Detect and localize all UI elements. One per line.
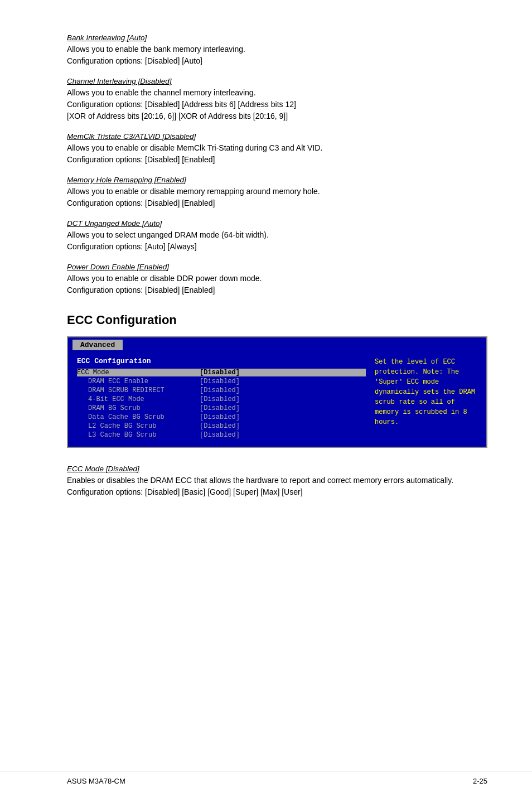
power-down-desc: Allows you to enable or disable DDR powe… (67, 273, 487, 296)
bios-row-data-cache-bg-scrub[interactable]: Data Cache BG Scrub [Disabled] (77, 413, 366, 421)
bios-right-panel: Set the level of ECC protection. Note: T… (370, 355, 482, 442)
bios-left-panel: ECC Configuration ECC Mode [Disabled] DR… (72, 355, 370, 442)
bios-row-l2-cache-bg-scrub[interactable]: L2 Cache BG Scrub [Disabled] (77, 422, 366, 430)
bank-interleaving-title: Bank Interleaving [Auto] (67, 33, 487, 42)
bios-row-ecc-mode-value: [Disabled] (200, 369, 240, 376)
bios-row-l2-cache-bg-scrub-value: [Disabled] (200, 422, 240, 430)
channel-interleaving-title: Channel Interleaving [Disabled] (67, 77, 487, 85)
bios-row-ecc-mode-label: ECC Mode (77, 369, 200, 376)
power-down-section: Power Down Enable [Enabled] Allows you t… (67, 263, 487, 296)
bios-row-dram-ecc-enable-label: DRAM ECC Enable (77, 378, 200, 385)
bios-row-l3-cache-bg-scrub-value: [Disabled] (200, 431, 240, 439)
bank-interleaving-section: Bank Interleaving [Auto] Allows you to e… (67, 33, 487, 67)
memory-hole-title: Memory Hole Remapping [Enabled] (67, 176, 487, 184)
memclk-tristate-section: MemClk Tristate C3/ATLVID [Disabled] All… (67, 132, 487, 166)
memory-hole-section: Memory Hole Remapping [Enabled] Allows y… (67, 176, 487, 209)
dct-unganged-desc: Allows you to select unganged DRAM mode … (67, 229, 487, 253)
bios-row-dram-scrub-redirect[interactable]: DRAM SCRUB REDIRECT [Disabled] (77, 386, 366, 394)
dct-unganged-section: DCT Unganged Mode [Auto] Allows you to s… (67, 219, 487, 253)
bios-row-dram-scrub-redirect-label: DRAM SCRUB REDIRECT (77, 386, 200, 394)
bank-interleaving-desc: Allows you to enable the bank memory int… (67, 44, 487, 67)
bios-row-dram-bg-scrub-value: [Disabled] (200, 404, 240, 412)
dct-unganged-title: DCT Unganged Mode [Auto] (67, 219, 487, 228)
footer-product-name: ASUS M3A78-CM (67, 777, 125, 785)
ecc-mode-title: ECC Mode [Disabled] (67, 465, 487, 473)
memclk-tristate-desc: Allows you to enable or disable MemClk T… (67, 142, 487, 166)
bios-row-l3-cache-bg-scrub[interactable]: L3 Cache BG Scrub [Disabled] (77, 431, 366, 439)
bios-row-dram-bg-scrub[interactable]: DRAM BG Scrub [Disabled] (77, 404, 366, 412)
memclk-tristate-title: MemClk Tristate C3/ATLVID [Disabled] (67, 132, 487, 141)
bios-row-4bit-ecc-label: 4-Bit ECC Mode (77, 395, 200, 403)
ecc-mode-desc: Enables or disables the DRAM ECC that al… (67, 475, 487, 498)
bios-row-data-cache-bg-scrub-label: Data Cache BG Scrub (77, 413, 200, 421)
bios-screen: Advanced ECC Configuration ECC Mode [Dis… (67, 336, 487, 448)
power-down-title: Power Down Enable [Enabled] (67, 263, 487, 271)
channel-interleaving-desc: Allows you to enable the channel memory … (67, 87, 487, 122)
bios-row-dram-scrub-redirect-value: [Disabled] (200, 386, 240, 394)
footer-page-number: 2-25 (473, 777, 487, 785)
bios-row-data-cache-bg-scrub-value: [Disabled] (200, 413, 240, 421)
bios-row-l2-cache-bg-scrub-label: L2 Cache BG Scrub (77, 422, 200, 430)
ecc-configuration-heading: ECC Configuration (67, 313, 487, 327)
ecc-mode-section: ECC Mode [Disabled] Enables or disables … (67, 465, 487, 498)
bios-row-4bit-ecc[interactable]: 4-Bit ECC Mode [Disabled] (77, 395, 366, 403)
bios-advanced-tab[interactable]: Advanced (72, 340, 123, 350)
bios-row-dram-bg-scrub-label: DRAM BG Scrub (77, 404, 200, 412)
bios-row-4bit-ecc-value: [Disabled] (200, 395, 240, 403)
bios-tab-bar: Advanced (68, 337, 486, 350)
channel-interleaving-section: Channel Interleaving [Disabled] Allows y… (67, 77, 487, 122)
bios-row-ecc-mode[interactable]: ECC Mode [Disabled] (77, 369, 366, 376)
page-footer: ASUS M3A78-CM 2-25 (0, 771, 532, 785)
bios-row-l3-cache-bg-scrub-label: L3 Cache BG Scrub (77, 431, 200, 439)
memory-hole-desc: Allows you to enable or disable memory r… (67, 186, 487, 209)
bios-section-header: ECC Configuration (77, 357, 366, 365)
bios-row-dram-ecc-enable[interactable]: DRAM ECC Enable [Disabled] (77, 378, 366, 385)
bios-row-dram-ecc-enable-value: [Disabled] (200, 378, 240, 385)
bios-help-text: Set the level of ECC protection. Note: T… (375, 358, 475, 426)
bios-body: ECC Configuration ECC Mode [Disabled] DR… (68, 350, 486, 447)
